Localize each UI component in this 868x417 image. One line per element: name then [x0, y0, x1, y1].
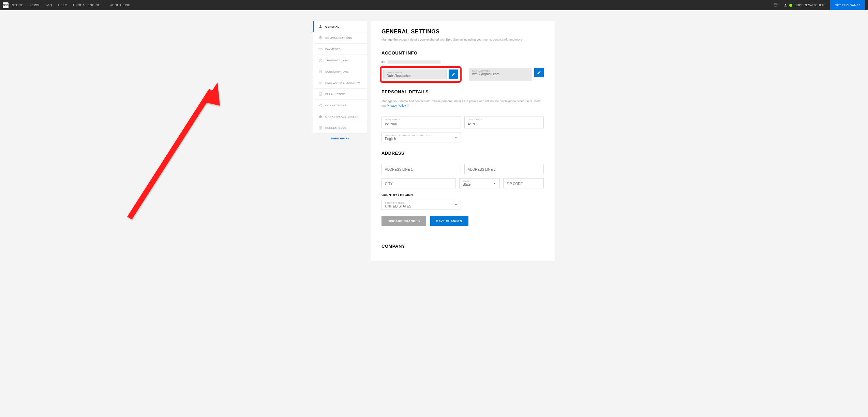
sidebar-label: TRANSACTIONS [325, 59, 348, 62]
save-button[interactable]: SAVE CHANGES [430, 216, 468, 226]
svg-point-7 [321, 104, 322, 105]
city-input[interactable] [385, 181, 452, 187]
account-info-heading: ACCOUNT INFO [381, 50, 544, 56]
epic-logo[interactable]: EPIC [3, 2, 9, 8]
main-content: GENERAL SETTINGS Manage the account deta… [371, 21, 555, 261]
language-select[interactable]: PREFERRED COMMUNICATION LANGUAGE * Engli… [381, 133, 461, 142]
email-value: w***2@gmail.com [472, 72, 529, 76]
sidebar-item-password[interactable]: PASSWORD & SECURITY [313, 77, 367, 89]
last-name-label: LAST NAME * [468, 119, 540, 121]
display-name-highlight: DISPLAY NAME DubsRewatcher [380, 66, 462, 83]
personal-subtitle: Manage your name and contact info. These… [381, 99, 544, 108]
nav-about[interactable]: ABOUT EPIC [110, 3, 130, 7]
first-name-field[interactable]: FIRST NAME * [381, 117, 461, 128]
sidebar-item-subscriptions[interactable]: SUBSCRIPTIONS [313, 66, 367, 77]
country-select[interactable]: COUNTRY / REGION UNITED STATES [381, 200, 461, 210]
svg-point-9 [321, 106, 322, 107]
privacy-policy-link[interactable]: Privacy Policy [387, 104, 406, 107]
last-name-field[interactable]: LAST NAME * [464, 117, 544, 128]
edit-display-name-button[interactable] [449, 70, 458, 79]
sidebar-item-general[interactable]: GENERAL [313, 21, 367, 32]
zip-input[interactable] [507, 181, 540, 187]
sidebar-label: COMMUNICATIONS [325, 36, 352, 40]
sidebar-label: GENERAL [325, 25, 339, 28]
card-icon [318, 47, 323, 51]
person-icon [318, 25, 323, 29]
sidebar-label: PASSWORD & SECURITY [325, 81, 360, 84]
email-label: EMAIL ADDRESS [472, 70, 529, 72]
user-menu[interactable]: DUBSREWATCHER [784, 3, 825, 7]
sidebar-item-eula[interactable]: EULA HISTORY [313, 89, 367, 100]
svg-point-5 [319, 83, 320, 84]
bell-icon [318, 36, 323, 40]
user-icon [784, 3, 787, 7]
pencil-icon [451, 72, 455, 76]
top-nav: STORE NEWS FAQ HELP UNREAL ENGINE [12, 3, 100, 7]
address-heading: ADDRESS [381, 151, 544, 156]
state-select[interactable]: STATE State [459, 178, 500, 188]
check-icon [318, 92, 323, 96]
page-title: GENERAL SETTINGS [381, 29, 544, 35]
nav-faq[interactable]: FAQ [45, 3, 52, 7]
history-icon [318, 58, 323, 62]
country-value: UNITED STATES [385, 204, 458, 208]
sidebar-label: REDEEM CODE [325, 126, 347, 129]
seller-icon [318, 114, 323, 119]
sidebar-item-transactions[interactable]: TRANSACTIONS [313, 55, 367, 66]
sidebar-item-connections[interactable]: CONNECTIONS [313, 100, 367, 111]
svg-rect-6 [319, 93, 322, 95]
key-icon [318, 81, 323, 85]
state-label: STATE [463, 180, 496, 182]
city-field[interactable] [381, 178, 456, 188]
globe-icon[interactable] [774, 3, 778, 7]
lang-value: English [385, 137, 458, 141]
need-help-link[interactable]: NEED HELP? [313, 134, 367, 143]
pencil-icon [537, 71, 541, 75]
nav-store[interactable]: STORE [12, 3, 23, 7]
svg-point-8 [319, 105, 320, 106]
address2-input[interactable] [468, 167, 540, 172]
sidebar-label: SUBSCRIPTIONS [325, 70, 349, 73]
address1-input[interactable] [385, 167, 458, 172]
address1-field[interactable] [381, 164, 461, 174]
id-value-redacted [388, 60, 440, 64]
country-label: COUNTRY / REGION [385, 202, 458, 204]
svg-rect-11 [407, 105, 409, 106]
last-name-input[interactable] [468, 122, 540, 126]
sidebar-item-communications[interactable]: COMMUNICATIONS [313, 32, 367, 44]
page-subtitle: Manage the account details you've shared… [381, 37, 544, 42]
first-name-label: FIRST NAME * [385, 119, 458, 121]
share-icon [318, 103, 323, 107]
id-label: ID: [381, 60, 386, 64]
topbar: EPIC STORE NEWS FAQ HELP UNREAL ENGINE A… [0, 0, 868, 10]
sidebar-item-payments[interactable]: PAYMENTS [313, 44, 367, 55]
lock-icon [407, 104, 409, 107]
sidebar-label: PAYMENTS [325, 48, 341, 51]
edit-email-button[interactable] [534, 68, 544, 77]
sidebar: GENERAL COMMUNICATIONS PAYMENTS TRANSACT… [313, 21, 367, 134]
zip-field[interactable] [503, 178, 544, 188]
first-name-input[interactable] [385, 122, 458, 126]
discard-button[interactable]: DISCARD CHANGES [381, 216, 426, 226]
sidebar-column: GENERAL COMMUNICATIONS PAYMENTS TRANSACT… [313, 21, 367, 261]
state-value: State [463, 183, 496, 186]
nav-help[interactable]: HELP [58, 3, 67, 7]
svg-rect-3 [319, 48, 322, 50]
nav-unreal[interactable]: UNREAL ENGINE [73, 3, 100, 7]
get-epic-button[interactable]: GET EPIC GAMES [830, 0, 865, 10]
display-name-label: DISPLAY NAME [387, 72, 443, 74]
status-dot [789, 4, 792, 7]
personal-heading: PERSONAL DETAILS [381, 89, 544, 94]
svg-point-1 [785, 4, 786, 5]
company-heading: COMPANY [381, 244, 544, 249]
gift-icon [318, 126, 323, 130]
nav-news[interactable]: NEWS [29, 3, 39, 7]
username: DUBSREWATCHER [794, 3, 825, 7]
sidebar-item-marketplace[interactable]: MARKETPLACE SELLER [313, 111, 367, 122]
svg-point-2 [320, 25, 321, 27]
sidebar-item-redeem[interactable]: REDEEM CODE [313, 122, 367, 134]
country-region-heading: COUNTRY / REGION [381, 193, 544, 197]
display-name-value: DubsRewatcher [387, 74, 443, 78]
doc-icon [318, 70, 323, 74]
address2-field[interactable] [464, 164, 544, 174]
